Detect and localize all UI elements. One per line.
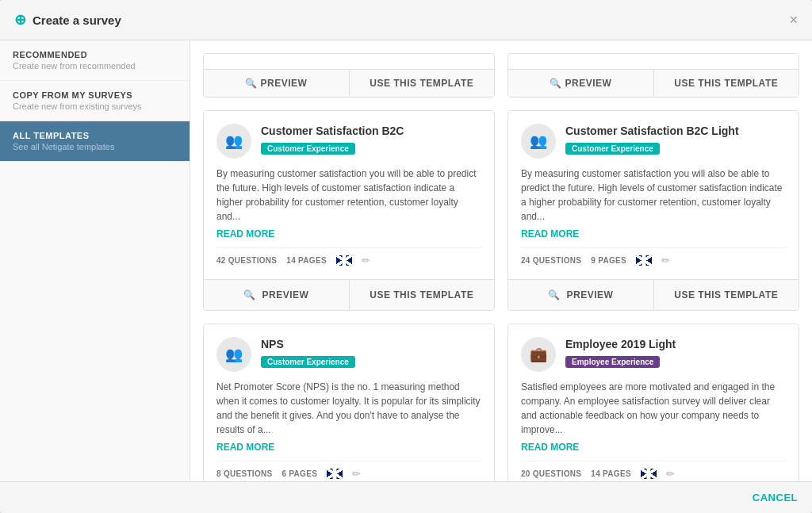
card-meta-csat-b2c-light: 24 QUESTIONS 9 PAGES ✏ <box>521 247 786 266</box>
sidebar-item-copy[interactable]: COPY FROM MY SURVEYS Create new from exi… <box>0 81 190 121</box>
create-survey-modal: ⊕ Create a survey × RECOMMENDED Create n… <box>0 0 812 513</box>
card-csat-b2c: 👥 Customer Satisfaction B2C Customer Exp… <box>203 110 495 311</box>
card-desc-employee-2019-light: Satisfied employees are more motivated a… <box>521 380 786 437</box>
card-body-csat-b2c: 👥 Customer Satisfaction B2C Customer Exp… <box>204 111 494 279</box>
flag-uk-csat-b2c <box>336 255 352 266</box>
pages-meta-employee-2019-light: 14 PAGES <box>591 469 631 478</box>
card-csat-b2c-light: 👥 Customer Satisfaction B2C Light Custom… <box>508 110 799 311</box>
card-tag-nps: Customer Experience <box>261 356 355 368</box>
use-template-button-csat-b2c-light[interactable]: USE THIS TEMPLATE <box>654 280 799 310</box>
preview-icon-partial-right: 🔍 <box>550 78 562 89</box>
card-title-area-nps: NPS Customer Experience <box>261 337 481 368</box>
card-title-csat-b2c-light: Customer Satisfaction B2C Light <box>565 124 786 138</box>
pages-meta-csat-b2c: 14 PAGES <box>286 256 327 265</box>
card-top-csat-b2c: 👥 Customer Satisfaction B2C Customer Exp… <box>216 124 481 159</box>
card-meta-nps: 8 QUESTIONS 6 PAGES ✏ <box>216 461 481 480</box>
questions-meta-csat-b2c-light: 24 QUESTIONS <box>521 256 581 265</box>
modal-body: RECOMMENDED Create new from recommended … <box>0 40 812 481</box>
flag-uk-employee-2019-light <box>641 469 657 479</box>
preview-icon-partial-left: 🔍 <box>245 78 258 89</box>
card-desc-nps: Net Promoter Score (NPS) is the no. 1 me… <box>216 380 481 437</box>
modal-title-area: ⊕ Create a survey <box>14 11 121 29</box>
partial-preview-button-right[interactable]: 🔍 PREVIEW <box>508 70 654 97</box>
card-icon-csat-b2c: 👥 <box>216 124 251 159</box>
card-icon-csat-b2c-light: 👥 <box>521 124 556 159</box>
card-title-area-employee-2019-light: Employee 2019 Light Employee Experience <box>565 337 786 368</box>
card-title-nps: NPS <box>261 337 481 351</box>
pages-meta-nps: 6 PAGES <box>282 469 317 478</box>
card-nps: 👥 NPS Customer Experience Net Promoter S… <box>203 323 495 481</box>
card-body-nps: 👥 NPS Customer Experience Net Promoter S… <box>204 324 494 481</box>
modal-header: ⊕ Create a survey × <box>0 0 812 40</box>
card-footer-csat-b2c: 🔍 PREVIEW USE THIS TEMPLATE <box>204 279 494 310</box>
card-tag-csat-b2c: Customer Experience <box>261 143 355 155</box>
card-top-nps: 👥 NPS Customer Experience <box>216 337 481 372</box>
card-desc-csat-b2c: By measuring customer satisfaction you w… <box>216 167 481 224</box>
read-more-csat-b2c[interactable]: READ MORE <box>216 228 481 239</box>
partial-preview-button-left[interactable]: 🔍 PREVIEW <box>204 70 350 97</box>
card-footer-csat-b2c-light: 🔍 PREVIEW USE THIS TEMPLATE <box>508 279 799 310</box>
pencil-icon-csat-b2c-light: ✏ <box>661 255 670 266</box>
card-title-area-csat-b2c: Customer Satisfaction B2C Customer Exper… <box>261 124 481 155</box>
card-tag-csat-b2c-light: Customer Experience <box>565 143 660 155</box>
pencil-icon-employee-2019-light: ✏ <box>666 468 675 480</box>
cancel-button[interactable]: CANCEL <box>753 492 798 503</box>
card-body-employee-2019-light: 💼 Employee 2019 Light Employee Experienc… <box>508 324 799 481</box>
partial-card-left-footer: 🔍 PREVIEW USE THIS TEMPLATE <box>204 69 494 97</box>
preview-button-csat-b2c[interactable]: 🔍 PREVIEW <box>204 280 350 310</box>
cards-grid: 👥 Customer Satisfaction B2C Customer Exp… <box>203 110 799 481</box>
partial-card-right-footer: 🔍 PREVIEW USE THIS TEMPLATE <box>508 69 799 97</box>
partial-card-left: 🔍 PREVIEW USE THIS TEMPLATE <box>203 53 495 98</box>
preview-icon-csat-b2c-light: 🔍 <box>548 289 561 301</box>
card-tag-employee-2019-light: Employee Experience <box>565 356 660 368</box>
card-meta-employee-2019-light: 20 QUESTIONS 14 PAGES ✏ <box>521 461 786 480</box>
questions-meta-nps: 8 QUESTIONS <box>216 469 272 478</box>
partial-use-button-left[interactable]: USE THIS TEMPLATE <box>350 70 495 97</box>
card-title-area-csat-b2c-light: Customer Satisfaction B2C Light Customer… <box>565 124 786 155</box>
pencil-icon-nps: ✏ <box>352 468 361 480</box>
preview-button-csat-b2c-light[interactable]: 🔍 PREVIEW <box>508 280 654 310</box>
card-desc-csat-b2c-light: By measuring customer satisfaction you w… <box>521 167 786 224</box>
card-body-csat-b2c-light: 👥 Customer Satisfaction B2C Light Custom… <box>508 111 799 279</box>
sidebar-item-recommended[interactable]: RECOMMENDED Create new from recommended <box>0 40 190 81</box>
flag-uk-nps <box>327 469 343 479</box>
preview-icon-csat-b2c: 🔍 <box>243 289 256 301</box>
card-title-csat-b2c: Customer Satisfaction B2C <box>261 124 481 138</box>
use-template-button-csat-b2c[interactable]: USE THIS TEMPLATE <box>350 280 495 310</box>
main-content: 🔍 PREVIEW USE THIS TEMPLATE 🔍 PREVIEW US… <box>190 40 812 481</box>
card-icon-nps: 👥 <box>216 337 251 372</box>
pages-meta-csat-b2c-light: 9 PAGES <box>591 256 626 265</box>
read-more-csat-b2c-light[interactable]: READ MORE <box>521 228 786 239</box>
card-icon-employee-2019-light: 💼 <box>521 337 556 372</box>
card-title-employee-2019-light: Employee 2019 Light <box>565 337 786 351</box>
read-more-nps[interactable]: READ MORE <box>216 442 481 453</box>
partial-cards-row: 🔍 PREVIEW USE THIS TEMPLATE 🔍 PREVIEW US… <box>203 53 799 98</box>
modal-title: Create a survey <box>33 13 121 27</box>
card-top-csat-b2c-light: 👥 Customer Satisfaction B2C Light Custom… <box>521 124 786 159</box>
sidebar: RECOMMENDED Create new from recommended … <box>0 40 190 481</box>
read-more-employee-2019-light[interactable]: READ MORE <box>521 442 786 453</box>
flag-uk-csat-b2c-light <box>636 255 652 266</box>
card-employee-2019-light: 💼 Employee 2019 Light Employee Experienc… <box>508 323 799 481</box>
questions-meta-csat-b2c: 42 QUESTIONS <box>216 256 277 265</box>
card-top-employee-2019-light: 💼 Employee 2019 Light Employee Experienc… <box>521 337 786 372</box>
partial-card-right: 🔍 PREVIEW USE THIS TEMPLATE <box>508 53 799 98</box>
partial-use-button-right[interactable]: USE THIS TEMPLATE <box>654 70 799 97</box>
card-meta-csat-b2c: 42 QUESTIONS 14 PAGES ✏ <box>216 247 481 266</box>
close-button[interactable]: × <box>789 13 798 27</box>
questions-meta-employee-2019-light: 20 QUESTIONS <box>521 469 581 478</box>
sidebar-item-all-templates[interactable]: ALL TEMPLATES See all Netigate templates <box>0 121 190 162</box>
modal-footer: CANCEL <box>0 481 812 513</box>
plus-icon: ⊕ <box>14 11 26 29</box>
pencil-icon-csat-b2c: ✏ <box>362 255 370 266</box>
